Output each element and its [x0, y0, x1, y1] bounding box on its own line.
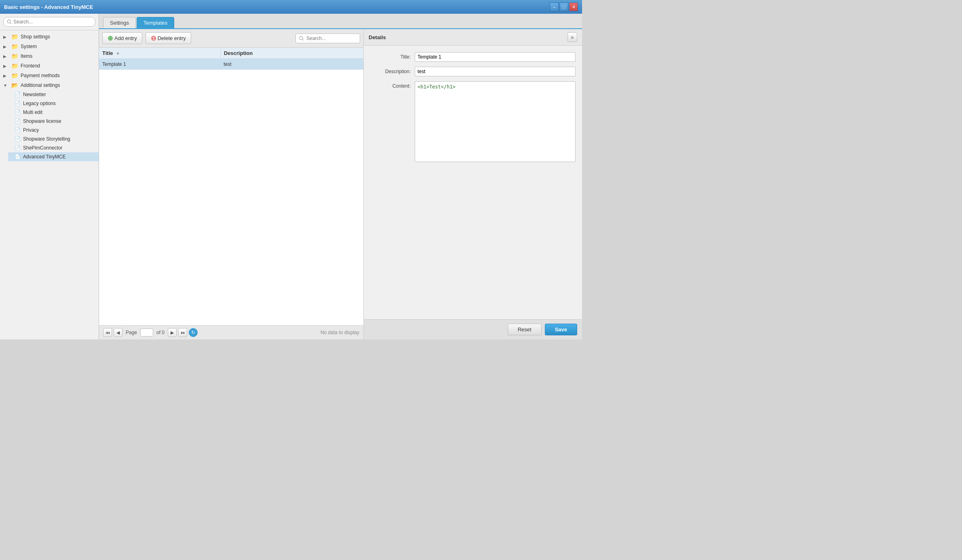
add-entry-button[interactable]: ⊕ Add entry	[102, 32, 142, 44]
sidebar-item-system[interactable]: ▶ 📁 System	[0, 42, 99, 51]
expand-icon: ▶	[3, 54, 10, 59]
app-body: ▶ 📁 Shop settings ▶ 📁 System ▶ 📁 Items ▶…	[0, 14, 582, 339]
sidebar-item-shopware-storytelling[interactable]: 📄 Shopware Storytelling	[8, 135, 99, 143]
sidebar-item-payment-methods[interactable]: ▶ 📁 Payment methods	[0, 71, 99, 80]
page-input[interactable]	[140, 328, 153, 337]
grid-footer: ⏮ ◀ Page of 0 ▶ ⏭ ↻ No data to display	[99, 325, 363, 339]
sidebar-item-additional-settings[interactable]: ▼ 📂 Additional settings	[0, 80, 99, 90]
reset-button[interactable]: Reset	[508, 324, 542, 335]
sidebar-item-items[interactable]: ▶ 📁 Items	[0, 51, 99, 61]
details-panel: Details » Title: Description: Content:	[364, 29, 582, 339]
folder-icon: 📂	[11, 82, 18, 88]
delete-entry-button[interactable]: ⊖ Delete entry	[146, 32, 191, 44]
tree-children: 📄 Newsletter 📄 Legacy options 📄 Multi ed…	[0, 90, 99, 161]
grid-search-input[interactable]	[295, 34, 360, 43]
sidebar-item-label: Frontend	[21, 63, 40, 69]
file-icon: 📄	[15, 101, 21, 106]
pager-prev-button[interactable]: ◀	[114, 328, 122, 337]
expand-icon: ▶	[3, 74, 10, 78]
expand-icon: ▶	[3, 64, 10, 68]
sidebar-item-label: Shop settings	[21, 34, 50, 40]
sidebar-item-label: Legacy options	[23, 101, 56, 106]
sidebar-item-label: System	[21, 44, 37, 49]
title-input[interactable]	[415, 52, 576, 62]
sidebar-item-label: ShePimConnector	[23, 145, 62, 151]
folder-icon: 📁	[11, 43, 18, 50]
sidebar-item-legacy-options[interactable]: 📄 Legacy options	[8, 99, 99, 108]
file-icon: 📄	[15, 92, 21, 97]
sidebar-item-shop-settings[interactable]: ▶ 📁 Shop settings	[0, 32, 99, 42]
file-icon: 📄	[15, 145, 21, 151]
pager-next-button[interactable]: ▶	[168, 328, 177, 337]
folder-icon: 📁	[11, 72, 18, 79]
sidebar-item-advanced-tinymce[interactable]: 📄 Advanced TinyMCE	[8, 152, 99, 161]
tab-templates[interactable]: Templates	[137, 17, 174, 28]
file-icon: 📄	[15, 118, 21, 124]
content-area: ⊕ Add entry ⊖ Delete entry	[99, 29, 582, 339]
tab-settings[interactable]: Settings	[103, 17, 136, 28]
table-row[interactable]: Template 1 test	[99, 59, 363, 70]
details-expand-button[interactable]: »	[567, 32, 577, 42]
window-title: Basic settings - Advanced TinyMCE	[4, 4, 93, 10]
sidebar-search-container	[0, 14, 99, 30]
save-button[interactable]: Save	[545, 324, 577, 335]
sidebar-item-label: Additional settings	[21, 82, 60, 88]
title-label: Title:	[370, 52, 411, 60]
sidebar-item-shopware-license[interactable]: 📄 Shopware license	[8, 117, 99, 126]
sidebar-item-shepimconnector[interactable]: 📄 ShePimConnector	[8, 143, 99, 152]
sidebar-item-label: Items	[21, 53, 32, 59]
grid-panel: ⊕ Add entry ⊖ Delete entry	[99, 29, 364, 339]
sidebar-item-frontend[interactable]: ▶ 📁 Frontend	[0, 61, 99, 71]
title-bar: Basic settings - Advanced TinyMCE – □ ✕	[0, 0, 582, 14]
minimize-button[interactable]: –	[550, 2, 559, 11]
cell-description: test	[220, 59, 363, 70]
sidebar-item-label: Privacy	[23, 127, 39, 133]
folder-icon: 📁	[11, 34, 18, 40]
sidebar-item-label: Payment methods	[21, 73, 60, 78]
close-button[interactable]: ✕	[569, 2, 578, 11]
tab-bar: Settings Templates	[99, 14, 582, 29]
sidebar-item-label: Multi edit	[23, 109, 42, 115]
sidebar-item-multi-edit[interactable]: 📄 Multi edit	[8, 108, 99, 117]
details-title: Details	[369, 34, 386, 40]
grid-table: Title ▼ Description Template 1	[99, 48, 363, 325]
pager-first-button[interactable]: ⏮	[103, 328, 112, 337]
pager-refresh-button[interactable]: ↻	[189, 328, 198, 337]
sidebar-item-newsletter[interactable]: 📄 Newsletter	[8, 90, 99, 99]
page-label: Page	[126, 330, 137, 335]
delete-icon: ⊖	[151, 34, 156, 42]
sidebar-item-label: Newsletter	[23, 92, 46, 97]
toolbar-search	[295, 34, 360, 43]
add-icon: ⊕	[108, 34, 113, 42]
pager-last-button[interactable]: ⏭	[178, 328, 187, 337]
expand-icon: ▶	[3, 44, 10, 49]
content-label: Content:	[370, 81, 411, 89]
form-row-content: Content:	[370, 81, 576, 162]
description-input[interactable]	[415, 67, 576, 76]
details-form: Title: Description: Content:	[364, 46, 582, 319]
window-controls: – □ ✕	[550, 2, 578, 11]
details-header: Details »	[364, 29, 582, 46]
sidebar-tree: ▶ 📁 Shop settings ▶ 📁 System ▶ 📁 Items ▶…	[0, 30, 99, 339]
file-icon: 📄	[15, 109, 21, 115]
folder-icon: 📁	[11, 53, 18, 59]
column-description[interactable]: Description	[220, 48, 363, 59]
sidebar-item-privacy[interactable]: 📄 Privacy	[8, 126, 99, 135]
description-label: Description:	[370, 67, 411, 74]
sidebar: ▶ 📁 Shop settings ▶ 📁 System ▶ 📁 Items ▶…	[0, 14, 99, 339]
data-table: Title ▼ Description Template 1	[99, 48, 363, 70]
sidebar-item-label: Advanced TinyMCE	[23, 154, 65, 160]
expand-icon: ▼	[3, 83, 10, 88]
sidebar-item-label: Shopware Storytelling	[23, 136, 70, 142]
sidebar-search-input[interactable]	[3, 17, 95, 27]
of-label: of 0	[156, 330, 165, 335]
file-icon: 📄	[15, 127, 21, 133]
grid-toolbar: ⊕ Add entry ⊖ Delete entry	[99, 29, 363, 48]
content-textarea[interactable]	[415, 81, 576, 162]
main-content: Settings Templates ⊕ Add entry ⊖ Delete …	[99, 14, 582, 339]
file-icon: 📄	[15, 154, 21, 160]
sidebar-item-label: Shopware license	[23, 118, 61, 124]
sort-icon: ▼	[116, 51, 120, 56]
column-title[interactable]: Title ▼	[99, 48, 220, 59]
maximize-button[interactable]: □	[559, 2, 568, 11]
